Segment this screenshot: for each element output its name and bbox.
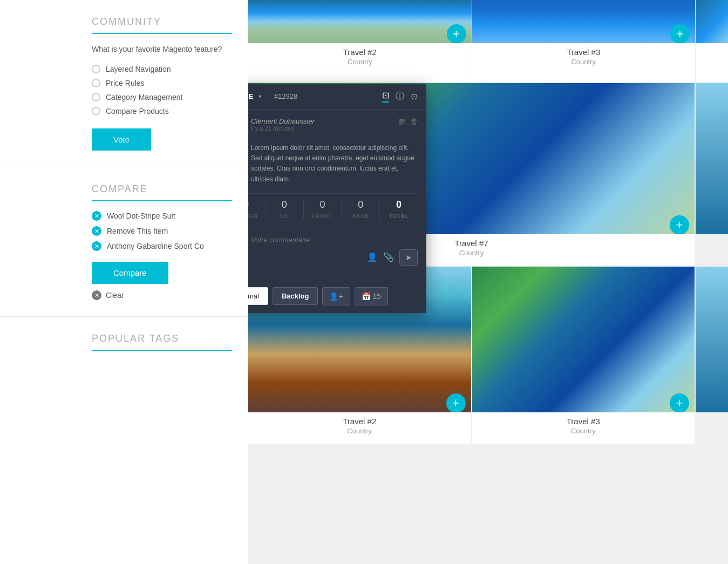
comment-input-area: 👤 📎 ➤ — [251, 234, 418, 269]
travel-card-top-3-image: + — [472, 0, 696, 43]
travel-card-top-2-add-button[interactable]: + — [447, 24, 466, 43]
travel-card-bottom-2-subtitle: Country — [254, 427, 466, 435]
travel-card-top-3-title: Travel #3 — [478, 47, 690, 57]
travel-card-bottom-3-subtitle: Country — [478, 427, 690, 435]
radio-circle-3 — [92, 93, 100, 101]
modal-header-left: TÂCHE ▾ #12928 — [248, 92, 297, 100]
radio-circle-2 — [92, 79, 100, 87]
popular-title: POPULAR TAGS — [92, 333, 232, 351]
travel-card-bottom-3: + Travel #3 Country — [472, 267, 695, 444]
new-comment-row: ⚇ 👤 📎 ➤ — [248, 234, 418, 269]
travel-card-top-partial — [696, 0, 728, 82]
attachment-icon[interactable]: 📎 — [383, 252, 394, 262]
compare-item-2-label: Remove This Item — [107, 227, 168, 235]
camera-icon[interactable]: ⊙ — [411, 91, 418, 101]
score-design-value: 0 — [248, 199, 265, 210]
radio-option-4[interactable]: Compare Products — [92, 107, 232, 115]
score-ux: 0 UX — [266, 194, 303, 226]
travel-card-bottom-3-title: Travel #3 — [478, 417, 690, 426]
comment-body: Lorem ipsum dolor sit amet, consectetur … — [248, 143, 418, 185]
modal-header-icons: ⊡ ⓘ ⊙ — [382, 90, 418, 103]
normal-button[interactable]: Normal — [248, 287, 268, 305]
delete-action-icon[interactable]: 🗑 — [410, 117, 418, 135]
score-design: 0 DESIGN — [248, 194, 265, 226]
calendar-button[interactable]: 📅 15 — [355, 287, 388, 305]
travel-card-top-3-subtitle: Country — [478, 58, 690, 66]
compare-list: ✕ Wool Dot-Stripe Suit ✕ Remove This Ite… — [92, 211, 232, 251]
score-ux-value: 0 — [266, 199, 303, 210]
assign-user-button[interactable]: 👤+ — [322, 287, 350, 305]
score-back: 0 BACK — [342, 194, 379, 226]
info-icon[interactable]: ⓘ — [396, 91, 404, 102]
remove-item-3-icon[interactable]: ✕ — [92, 241, 101, 251]
community-question: What is your favorite Magento feature? — [92, 44, 232, 55]
backlog-button[interactable]: Backlog — [273, 287, 318, 305]
content-area: + Travel #2 Country + Travel #3 Country — [248, 0, 728, 564]
calendar-action-icon[interactable]: ▦ — [399, 117, 406, 135]
task-modal: 1 TÂCHE ▾ #12928 ⊡ ⓘ ⊙ — [248, 84, 426, 313]
comment-input[interactable] — [251, 234, 418, 246]
radio-option-1[interactable]: Layered Navigation — [92, 65, 232, 73]
compare-section: COMPARE ✕ Wool Dot-Stripe Suit ✕ Remove … — [0, 167, 248, 317]
score-back-label: BACK — [352, 213, 369, 219]
option-label-1: Layered Navigation — [106, 65, 171, 73]
compare-title: COMPARE — [92, 184, 232, 201]
modal-header: TÂCHE ▾ #12928 ⊡ ⓘ ⊙ — [248, 84, 426, 110]
travel-card-top-3-add-button[interactable]: + — [670, 24, 690, 43]
calendar-date: 15 — [373, 292, 382, 301]
top-card-row: + Travel #2 Country + Travel #3 Country — [248, 0, 728, 82]
option-label-3: Category Management — [106, 93, 182, 101]
travel-card-top-2: + Travel #2 Country — [248, 0, 472, 82]
travel-card-bottom-3-image: + — [472, 267, 695, 412]
compare-item-1[interactable]: ✕ Wool Dot-Stripe Suit — [92, 211, 232, 221]
score-total-label: TOTAL — [389, 213, 409, 219]
travel-card-bottom-2-add-button[interactable]: + — [446, 393, 466, 412]
option-label-4: Compare Products — [106, 107, 169, 115]
comment-time: il y a 21 minutes — [251, 125, 393, 132]
comment-meta: Clément Duhaussier il y a 21 minutes — [251, 117, 393, 135]
sidebar: COMMUNITY What is your favorite Magento … — [0, 0, 248, 564]
compare-button[interactable]: Compare — [92, 262, 168, 284]
remove-item-2-icon[interactable]: ✕ — [92, 226, 101, 236]
modal-footer: Normal Backlog 👤+ 📅 15 — [248, 282, 426, 313]
travel-card-top-2-title: Travel #2 — [254, 47, 466, 57]
community-section: COMMUNITY What is your favorite Magento … — [0, 0, 248, 167]
chevron-down-icon[interactable]: ▾ — [258, 93, 261, 99]
remove-item-1-icon[interactable]: ✕ — [92, 211, 101, 221]
comment-actions: ▦ 🗑 — [399, 117, 418, 135]
travel-card-top-2-subtitle: Country — [254, 58, 466, 66]
mention-icon[interactable]: 👤 — [367, 252, 378, 262]
clear-icon: ✕ — [92, 290, 101, 300]
travel-card-7-add-button[interactable]: + — [670, 215, 689, 234]
send-button[interactable]: ➤ — [399, 249, 418, 266]
travel-card-middle-partial — [696, 83, 728, 266]
clear-row[interactable]: ✕ Clear — [92, 290, 232, 300]
modal-type-label: TÂCHE — [248, 92, 254, 100]
radio-circle-4 — [92, 107, 100, 115]
travel-card-bottom-3-info: Travel #3 Country — [472, 412, 695, 444]
compare-item-3-label: Anthony Gabardine Sport Co — [107, 242, 204, 250]
radio-option-2[interactable]: Price Rules — [92, 79, 232, 87]
score-back-value: 0 — [342, 199, 379, 210]
copy-icon[interactable]: ⊡ — [382, 90, 389, 103]
radio-option-3[interactable]: Category Management — [92, 93, 232, 101]
score-total: 0 TOTAL — [380, 194, 418, 226]
radio-circle-1 — [92, 65, 100, 73]
modal-ticket-number: #12928 — [274, 92, 297, 100]
compare-item-2[interactable]: ✕ Remove This Item — [92, 226, 232, 236]
travel-card-top-3: + Travel #3 Country — [472, 0, 696, 82]
score-ux-label: UX — [280, 213, 289, 219]
commenter-name: Clément Duhaussier — [251, 117, 393, 125]
travel-card-bottom-partial — [696, 267, 728, 444]
travel-card-bottom-2-title: Travel #2 — [254, 417, 466, 426]
modal-body: ⚇ Clément Duhaussier il y a 21 minutes ▦… — [248, 110, 426, 282]
community-title: COMMUNITY — [92, 16, 232, 34]
compare-item-1-label: Wool Dot-Stripe Suit — [107, 212, 175, 220]
score-total-value: 0 — [380, 199, 418, 210]
score-front-value: 0 — [304, 199, 342, 210]
score-row: 0 DESIGN 0 UX 0 FRONT — [248, 193, 418, 226]
travel-card-bottom-3-add-button[interactable]: + — [670, 393, 689, 412]
vote-button[interactable]: Vote — [92, 128, 151, 151]
travel-card-bottom-2-info: Travel #2 Country — [248, 412, 471, 444]
compare-item-3[interactable]: ✕ Anthony Gabardine Sport Co — [92, 241, 232, 251]
